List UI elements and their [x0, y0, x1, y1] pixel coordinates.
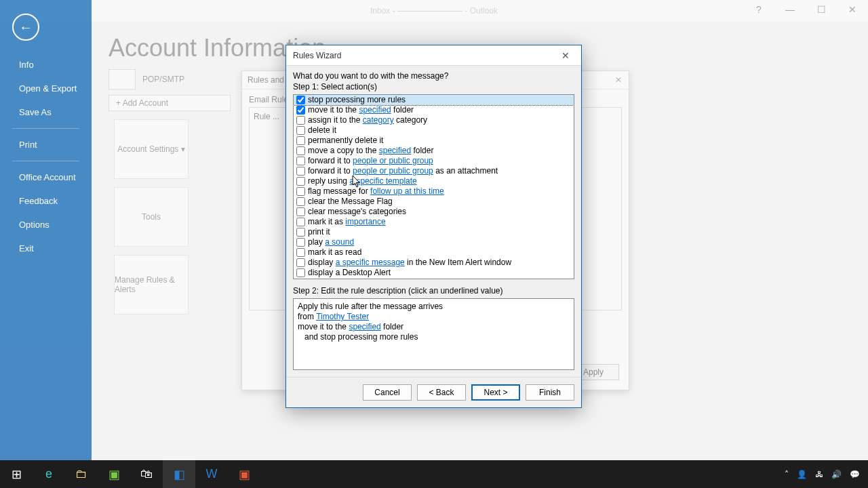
- taskbar-word[interactable]: W: [195, 460, 228, 488]
- desc-link-folder[interactable]: specified: [349, 322, 380, 331]
- action-checkbox[interactable]: [296, 228, 305, 237]
- dialog-button-row: Cancel < Back Next > Finish: [286, 377, 581, 407]
- action-checkbox[interactable]: [296, 207, 305, 216]
- taskbar-app2[interactable]: ▣: [228, 460, 260, 488]
- action-checkbox[interactable]: [296, 197, 305, 206]
- action-row[interactable]: play a sound: [294, 237, 574, 247]
- tray-network-icon[interactable]: 🖧: [815, 470, 823, 479]
- taskbar-explorer[interactable]: 🗀: [65, 460, 98, 488]
- action-checkbox[interactable]: [296, 218, 305, 226]
- action-row[interactable]: move a copy to the specified folder: [294, 146, 574, 156]
- action-row[interactable]: display a specific message in the New It…: [294, 258, 574, 268]
- action-checkbox[interactable]: [296, 116, 305, 125]
- wizard-question: What do you want to do with the message?: [293, 71, 574, 81]
- action-label: print it: [308, 227, 330, 237]
- action-checkbox[interactable]: [296, 136, 305, 145]
- action-label: reply using a specific template: [308, 176, 417, 186]
- windows-icon: ⊞: [12, 467, 22, 482]
- action-link[interactable]: a specific template: [349, 176, 416, 186]
- desc-line: and stop processing more rules: [298, 332, 570, 342]
- action-label: play a sound: [308, 237, 354, 247]
- action-link[interactable]: a sound: [325, 237, 354, 247]
- action-label: permanently delete it: [308, 136, 383, 146]
- action-label: assign it to the category category: [308, 115, 427, 125]
- action-row[interactable]: permanently delete it: [294, 136, 574, 146]
- action-checkbox[interactable]: [296, 177, 305, 186]
- tray-chevron-icon[interactable]: ˄: [785, 470, 789, 479]
- action-link[interactable]: importance: [345, 217, 385, 226]
- action-checkbox[interactable]: [296, 248, 305, 257]
- action-label: delete it: [308, 125, 336, 136]
- action-link[interactable]: specified: [379, 146, 411, 155]
- action-link[interactable]: category: [363, 115, 394, 125]
- action-row[interactable]: forward it to people or public group: [294, 156, 574, 166]
- action-link[interactable]: a specific message: [336, 258, 405, 267]
- close-icon: ✕: [561, 50, 570, 61]
- action-link[interactable]: people or public group: [353, 156, 433, 165]
- action-checkbox[interactable]: [296, 238, 305, 247]
- action-row[interactable]: reply using a specific template: [294, 176, 574, 186]
- start-button[interactable]: ⊞: [0, 460, 33, 488]
- action-row[interactable]: mark it as read: [294, 247, 574, 258]
- action-label: clear message's categories: [308, 207, 406, 217]
- taskbar-store[interactable]: 🛍: [130, 460, 163, 488]
- finish-button[interactable]: Finish: [526, 384, 574, 401]
- action-row[interactable]: assign it to the category category: [294, 115, 574, 125]
- action-checkbox[interactable]: [296, 258, 305, 267]
- desc-line: Apply this rule after the message arrive…: [298, 302, 570, 312]
- step1-label: Step 1: Select action(s): [293, 82, 574, 92]
- rules-wizard-dialog: Rules Wizard ✕ What do you want to do wi…: [285, 45, 582, 408]
- step2-label: Step 2: Edit the rule description (click…: [293, 286, 574, 296]
- action-checkbox[interactable]: [296, 96, 305, 104]
- action-row[interactable]: display a Desktop Alert: [294, 268, 574, 278]
- action-row[interactable]: clear message's categories: [294, 207, 574, 217]
- action-row[interactable]: move it to the specified folder: [294, 105, 574, 115]
- dialog-title: Rules Wizard: [293, 51, 341, 60]
- system-tray[interactable]: ˄ 👤 🖧 🔊 💬: [785, 470, 868, 479]
- action-checkbox[interactable]: [296, 187, 305, 196]
- action-row[interactable]: flag message for follow up at this time: [294, 186, 574, 197]
- back-button[interactable]: < Back: [417, 384, 466, 401]
- action-checkbox[interactable]: [296, 146, 305, 155]
- cancel-button[interactable]: Cancel: [363, 384, 412, 401]
- action-label: forward it to people or public group: [308, 156, 433, 166]
- taskbar-outlook[interactable]: ◧: [163, 460, 195, 488]
- taskbar-edge[interactable]: e: [33, 460, 65, 488]
- action-label: mark it as read: [308, 247, 361, 258]
- action-checkbox[interactable]: [296, 126, 305, 135]
- next-button[interactable]: Next >: [471, 384, 520, 401]
- desc-line: move it to the specified folder: [298, 322, 570, 332]
- action-link[interactable]: specified: [359, 105, 391, 115]
- action-link[interactable]: people or public group: [353, 166, 433, 176]
- action-label: move a copy to the specified folder: [308, 146, 433, 156]
- action-label: display a specific message in the New It…: [308, 258, 511, 268]
- taskbar: ⊞ e 🗀 ▣ 🛍 ◧ W ▣ ˄ 👤 🖧 🔊 💬: [0, 460, 868, 488]
- action-label: stop processing more rules: [308, 95, 406, 105]
- action-checkbox[interactable]: [296, 106, 305, 115]
- rule-description-box: Apply this rule after the message arrive…: [293, 298, 574, 370]
- action-checkbox[interactable]: [296, 167, 305, 176]
- tray-user-icon[interactable]: 👤: [797, 470, 807, 479]
- action-row[interactable]: delete it: [294, 125, 574, 136]
- action-label: move it to the specified folder: [308, 105, 414, 115]
- taskbar-app[interactable]: ▣: [98, 460, 130, 488]
- action-checkbox[interactable]: [296, 157, 305, 165]
- action-link[interactable]: follow up at this time: [370, 186, 444, 196]
- action-row[interactable]: stop processing more rules: [294, 95, 574, 105]
- action-label: display a Desktop Alert: [308, 268, 391, 278]
- action-row[interactable]: forward it to people or public group as …: [294, 166, 574, 176]
- action-list[interactable]: stop processing more rulesmove it to the…: [293, 94, 574, 279]
- action-label: flag message for follow up at this time: [308, 186, 444, 197]
- action-row[interactable]: clear the Message Flag: [294, 197, 574, 207]
- action-row[interactable]: print it: [294, 227, 574, 237]
- action-row[interactable]: mark it as importance: [294, 217, 574, 227]
- action-label: clear the Message Flag: [308, 197, 393, 207]
- desc-line: from Timothy Tester: [298, 312, 570, 322]
- desc-link-sender[interactable]: Timothy Tester: [316, 312, 369, 321]
- action-label: mark it as importance: [308, 217, 386, 227]
- action-label: forward it to people or public group as …: [308, 166, 498, 176]
- tray-volume-icon[interactable]: 🔊: [831, 470, 842, 479]
- tray-notifications-icon[interactable]: 💬: [850, 470, 860, 479]
- action-checkbox[interactable]: [296, 268, 305, 277]
- close-dialog-button[interactable]: ✕: [555, 48, 576, 63]
